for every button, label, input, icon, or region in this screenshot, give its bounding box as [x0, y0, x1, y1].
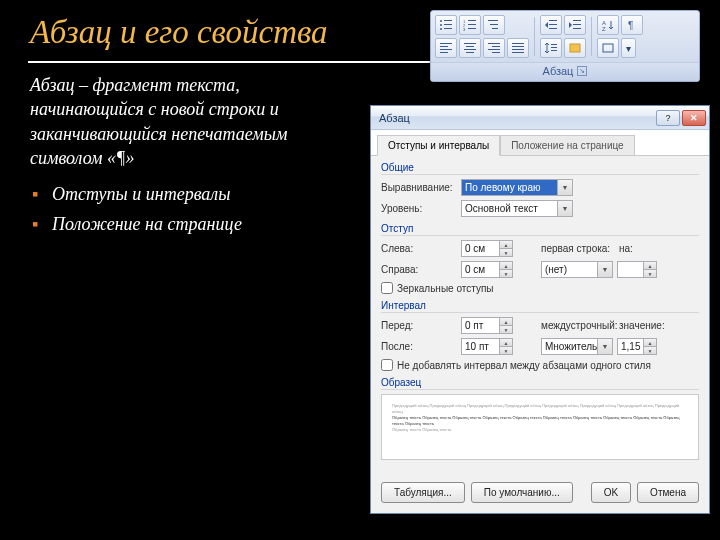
definition-text: Абзац – фрагмент текста, начинающийся с …: [30, 73, 300, 170]
svg-rect-20: [466, 46, 474, 47]
bullet-item: Положение на странице: [30, 212, 300, 236]
svg-rect-28: [512, 46, 524, 47]
svg-rect-29: [512, 49, 524, 50]
svg-rect-31: [549, 20, 557, 21]
after-spin[interactable]: 10 пт▲▼: [461, 338, 513, 355]
decrease-indent-icon[interactable]: [540, 15, 562, 35]
help-button[interactable]: ?: [656, 110, 680, 126]
justify-icon[interactable]: [507, 38, 529, 58]
svg-rect-37: [551, 44, 557, 45]
svg-rect-25: [488, 49, 500, 50]
svg-rect-22: [466, 52, 474, 53]
svg-rect-26: [492, 52, 500, 53]
mirror-checkbox[interactable]: Зеркальные отступы: [381, 282, 699, 294]
bullets-icon[interactable]: [435, 15, 457, 35]
svg-rect-16: [440, 46, 448, 47]
shading-icon[interactable]: [564, 38, 586, 58]
sort-icon[interactable]: AZ: [597, 15, 619, 35]
svg-rect-39: [551, 50, 557, 51]
svg-rect-11: [468, 28, 476, 29]
default-button[interactable]: По умолчанию...: [471, 482, 573, 503]
dialog-title: Абзац: [379, 112, 410, 124]
tab-indents[interactable]: Отступы и интервалы: [377, 135, 500, 156]
line-spacing-icon[interactable]: [540, 38, 562, 58]
value-label: значение:: [619, 320, 663, 331]
svg-rect-13: [490, 24, 498, 25]
svg-rect-3: [444, 24, 452, 25]
group-spacing-label: Интервал: [381, 300, 699, 313]
svg-text:¶: ¶: [628, 20, 633, 31]
svg-point-0: [440, 20, 442, 22]
align-label: Выравнивание:: [381, 182, 457, 193]
dialog-launcher-icon[interactable]: ↘: [577, 66, 587, 76]
svg-rect-17: [440, 49, 452, 50]
align-left-icon[interactable]: [435, 38, 457, 58]
svg-rect-30: [512, 52, 524, 53]
indent-left-label: Слева:: [381, 243, 457, 254]
svg-rect-44: [603, 44, 613, 52]
svg-rect-18: [440, 52, 448, 53]
svg-rect-33: [549, 28, 557, 29]
svg-rect-1: [444, 20, 452, 21]
svg-text:Z: Z: [602, 26, 606, 31]
indent-right-spin[interactable]: 0 см▲▼: [461, 261, 513, 278]
close-button[interactable]: ✕: [682, 110, 706, 126]
svg-rect-38: [551, 47, 557, 48]
tabs-button[interactable]: Табуляция...: [381, 482, 465, 503]
multilevel-list-icon[interactable]: [483, 15, 505, 35]
svg-rect-27: [512, 43, 524, 44]
svg-rect-34: [573, 20, 581, 21]
group-general-label: Общие: [381, 162, 699, 175]
borders-dropdown-icon[interactable]: ▾: [621, 38, 636, 58]
by-label: на:: [619, 243, 645, 254]
ribbon-paragraph-group: 123: [430, 10, 700, 82]
first-line-label: первая строка:: [541, 243, 615, 254]
svg-rect-19: [464, 43, 476, 44]
indent-left-spin[interactable]: 0 см▲▼: [461, 240, 513, 257]
align-combo[interactable]: По левому краю▼: [461, 179, 573, 196]
line-spacing-label: междустрочный:: [541, 320, 615, 331]
bullet-item: Отступы и интервалы: [30, 182, 300, 206]
svg-rect-7: [468, 20, 476, 21]
svg-rect-15: [440, 43, 452, 44]
svg-text:3: 3: [463, 27, 466, 31]
by-spin[interactable]: ▲▼: [617, 261, 657, 278]
nospace-checkbox[interactable]: Не добавлять интервал между абзацами одн…: [381, 359, 699, 371]
svg-rect-32: [549, 24, 557, 25]
paragraph-dialog: Абзац ? ✕ Отступы и интервалы Положение …: [370, 105, 710, 514]
svg-point-4: [440, 28, 442, 30]
svg-rect-35: [573, 24, 581, 25]
titlebar[interactable]: Абзац ? ✕: [371, 106, 709, 130]
first-line-combo[interactable]: (нет)▼: [541, 261, 613, 278]
cancel-button[interactable]: Отмена: [637, 482, 699, 503]
svg-rect-5: [444, 28, 452, 29]
align-right-icon[interactable]: [483, 38, 505, 58]
tab-position[interactable]: Положение на странице: [500, 135, 634, 156]
align-center-icon[interactable]: [459, 38, 481, 58]
value-spin[interactable]: 1,15▲▼: [617, 338, 657, 355]
preview-box: Предыдущий абзац Предыдущий абзац Предыд…: [381, 394, 699, 460]
increase-indent-icon[interactable]: [564, 15, 586, 35]
svg-rect-21: [464, 49, 476, 50]
level-label: Уровень:: [381, 203, 457, 214]
level-combo[interactable]: Основной текст▼: [461, 200, 573, 217]
svg-point-2: [440, 24, 442, 26]
svg-rect-12: [488, 20, 498, 21]
line-spacing-combo[interactable]: Множитель▼: [541, 338, 613, 355]
before-spin[interactable]: 0 пт▲▼: [461, 317, 513, 334]
ok-button[interactable]: OK: [591, 482, 631, 503]
ribbon-group-label: Абзац: [543, 65, 574, 77]
group-preview-label: Образец: [381, 377, 699, 390]
svg-rect-14: [492, 28, 498, 29]
borders-icon[interactable]: [597, 38, 619, 58]
before-label: Перед:: [381, 320, 457, 331]
svg-rect-23: [488, 43, 500, 44]
show-marks-icon[interactable]: ¶: [621, 15, 643, 35]
indent-right-label: Справа:: [381, 264, 457, 275]
svg-rect-36: [573, 28, 581, 29]
numbering-icon[interactable]: 123: [459, 15, 481, 35]
svg-rect-24: [492, 46, 500, 47]
svg-rect-9: [468, 24, 476, 25]
group-indent-label: Отступ: [381, 223, 699, 236]
after-label: После:: [381, 341, 457, 352]
